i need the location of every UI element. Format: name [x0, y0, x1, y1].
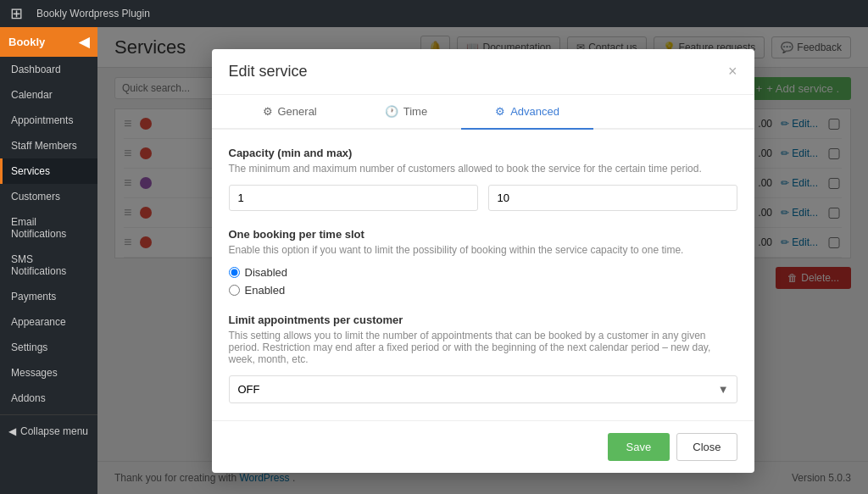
modal-title: Edit service: [229, 63, 308, 80]
limit-desc: This setting allows you to limit the num…: [229, 330, 737, 365]
main-content: Services 🔔 📖 Documentation ✉ Contact us …: [97, 27, 868, 494]
clock-icon: 🕐: [385, 105, 398, 118]
modal-tabs: ⚙ General 🕐 Time ⚙ Advanced: [212, 95, 754, 130]
sidebar-item-settings[interactable]: Settings: [0, 335, 97, 360]
tab-time[interactable]: 🕐 Time: [351, 95, 461, 130]
modal-header: Edit service ×: [212, 49, 754, 95]
radio-disabled-input[interactable]: [229, 267, 240, 278]
sidebar-item-customers[interactable]: Customers: [0, 184, 97, 209]
modal-footer: Save Close: [212, 420, 754, 473]
admin-bar: ⊞ Bookly Wordpress Plugin: [0, 0, 868, 27]
collapse-icon: ◀: [8, 425, 16, 437]
radio-disabled-option[interactable]: Disabled: [229, 266, 737, 279]
sidebar-item-appearance[interactable]: Appearance: [0, 309, 97, 335]
sidebar-item-addons[interactable]: Addons: [0, 386, 97, 411]
one-booking-desc: Enable this option if you want to limit …: [229, 244, 737, 256]
tab-advanced[interactable]: ⚙ Advanced: [461, 95, 593, 130]
modal-close-button[interactable]: ×: [728, 64, 737, 79]
capacity-min-input[interactable]: [229, 185, 478, 211]
site-name[interactable]: Bookly Wordpress Plugin: [36, 8, 150, 19]
limit-appointments-section: Limit appointments per customer This set…: [229, 314, 737, 403]
tab-general-label: General: [278, 105, 317, 118]
close-button[interactable]: Close: [676, 433, 737, 461]
gear-icon-advanced: ⚙: [495, 105, 505, 118]
sidebar-item-email-notifications[interactable]: Email Notifications: [0, 209, 97, 247]
radio-disabled-label: Disabled: [245, 266, 288, 279]
radio-enabled-label: Enabled: [245, 284, 286, 297]
sidebar-item-dashboard[interactable]: Dashboard: [0, 57, 97, 82]
sidebar-divider: [0, 414, 97, 415]
capacity-max-input[interactable]: [488, 185, 737, 211]
sidebar-header: Bookly ◀: [0, 27, 97, 57]
sidebar-item-appointments[interactable]: Appointments: [0, 108, 97, 133]
capacity-inputs: [229, 185, 737, 211]
one-booking-section: One booking per time slot Enable this op…: [229, 228, 737, 297]
save-button[interactable]: Save: [608, 433, 670, 461]
layout: Bookly ◀ Dashboard Calendar Appointments…: [0, 27, 868, 494]
collapse-menu-button[interactable]: ◀ Collapse menu: [0, 419, 97, 444]
capacity-section: Capacity (min and max) The minimum and m…: [229, 147, 737, 211]
sidebar-item-messages[interactable]: Messages: [0, 360, 97, 386]
modal-overlay: Edit service × ⚙ General 🕐 Time ⚙: [97, 27, 868, 494]
capacity-title: Capacity (min and max): [229, 147, 737, 159]
edit-service-modal: Edit service × ⚙ General 🕐 Time ⚙: [212, 49, 754, 473]
limit-select[interactable]: OFF Day Week Month: [229, 375, 737, 403]
capacity-desc: The minimum and maximum number of custom…: [229, 163, 737, 175]
radio-enabled-option[interactable]: Enabled: [229, 284, 737, 297]
tab-time-label: Time: [403, 105, 427, 118]
one-booking-title: One booking per time slot: [229, 228, 737, 241]
sidebar-item-staff-members[interactable]: Staff Members: [0, 133, 97, 158]
tab-advanced-label: Advanced: [510, 105, 559, 118]
sidebar-item-services[interactable]: Services: [0, 158, 97, 184]
sidebar-item-calendar[interactable]: Calendar: [0, 82, 97, 108]
radio-enabled-input[interactable]: [229, 285, 240, 296]
sidebar: Bookly ◀ Dashboard Calendar Appointments…: [0, 27, 97, 494]
gear-icon-general: ⚙: [263, 105, 273, 118]
limit-select-wrapper: OFF Day Week Month ▼: [229, 375, 737, 403]
sidebar-item-payments[interactable]: Payments: [0, 284, 97, 309]
sidebar-title: Bookly: [8, 36, 45, 48]
limit-title: Limit appointments per customer: [229, 314, 737, 326]
modal-body: Capacity (min and max) The minimum and m…: [212, 130, 754, 420]
sidebar-item-sms-notifications[interactable]: SMS Notifications: [0, 247, 97, 284]
sidebar-collapse-arrow[interactable]: ◀: [79, 34, 89, 50]
tab-general[interactable]: ⚙ General: [229, 95, 351, 130]
radio-group: Disabled Enabled: [229, 266, 737, 297]
wp-icon: ⊞: [10, 4, 23, 23]
collapse-menu-label: Collapse menu: [20, 425, 88, 437]
